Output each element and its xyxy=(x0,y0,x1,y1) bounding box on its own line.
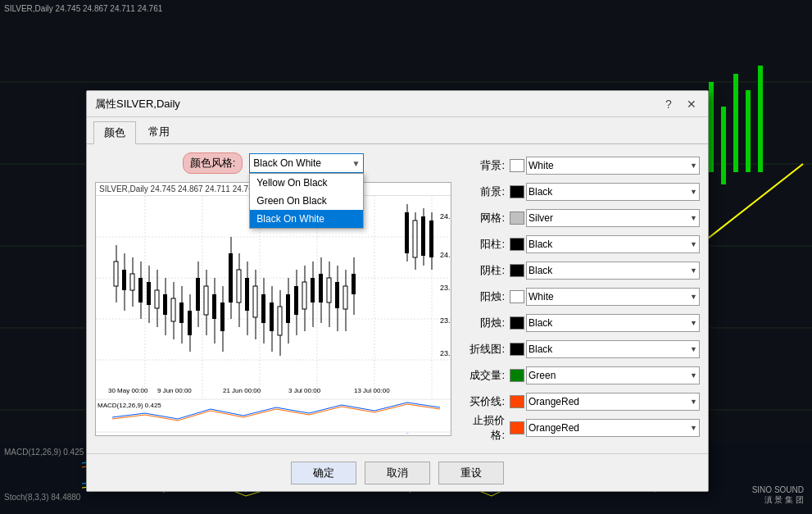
scheme-option-black-on-white[interactable]: Black On White xyxy=(250,210,363,228)
properties-dialog: 属性SILVER,Daily ? ✕ 颜色 常用 颜色风格: Black On … xyxy=(86,90,709,492)
properties-panel: 背景: White ▼ 前景: xyxy=(460,152,700,464)
select-background[interactable]: White xyxy=(526,157,700,175)
svg-rect-13 xyxy=(758,66,763,172)
scheme-select-display[interactable]: Black On White ▼ xyxy=(249,153,364,173)
color-swatch-down-candle xyxy=(510,316,524,330)
select-wrapper-up-bar: Black ▼ xyxy=(526,235,700,253)
svg-rect-12 xyxy=(746,90,751,172)
select-down-bar[interactable]: Black xyxy=(526,262,700,280)
prop-row-up-candle: 阳烛: White ▼ xyxy=(460,285,700,308)
watermark-line2: 滇 景 集 团 xyxy=(752,494,804,506)
color-swatch-ask-line xyxy=(510,395,524,408)
scheme-selector-row: 颜色风格: Black On White ▼ Yellow On Black G… xyxy=(95,152,451,174)
prop-row-stop-loss: 止损价格: OrangeRed ▼ xyxy=(460,416,700,439)
select-stop-loss[interactable]: OrangeRed xyxy=(526,419,700,437)
svg-rect-52 xyxy=(188,311,192,335)
prop-control-stop-loss: OrangeRed ▼ xyxy=(510,419,700,437)
tab-bar: 颜色 常用 xyxy=(87,117,708,144)
scheme-label: 颜色风格: xyxy=(183,152,243,174)
svg-rect-100 xyxy=(429,221,433,257)
svg-rect-96 xyxy=(413,221,417,257)
color-swatch-up-candle xyxy=(510,290,524,303)
prop-row-foreground: 前景: Black ▼ xyxy=(460,180,700,203)
svg-rect-10 xyxy=(721,107,726,184)
select-wrapper-grid: Silver ▼ xyxy=(526,209,700,227)
confirm-button[interactable]: 确定 xyxy=(291,462,356,484)
prop-label-up-bar: 阳柱: xyxy=(460,237,505,252)
svg-rect-74 xyxy=(278,307,282,335)
svg-text:24.310: 24.310 xyxy=(440,251,451,259)
svg-rect-56 xyxy=(204,286,208,315)
reset-button[interactable]: 重设 xyxy=(438,462,504,484)
svg-rect-36 xyxy=(122,270,126,290)
scheme-option-yellow[interactable]: Yellow On Black xyxy=(250,174,363,192)
svg-text:9 Jun 00:00: 9 Jun 00:00 xyxy=(157,387,192,394)
prop-control-foreground: Black ▼ xyxy=(510,183,700,201)
scheme-select-wrapper: Black On White ▼ Yellow On Black Green O… xyxy=(249,153,364,173)
svg-rect-80 xyxy=(302,282,306,309)
color-swatch-grid xyxy=(510,212,524,225)
svg-rect-68 xyxy=(253,286,257,317)
prop-control-ask-line: OrangeRed ▼ xyxy=(510,393,700,411)
dialog-title: 属性SILVER,Daily xyxy=(95,97,180,111)
prop-row-grid: 网格: Silver ▼ xyxy=(460,207,700,230)
select-down-candle[interactable]: Black xyxy=(526,314,700,332)
svg-rect-84 xyxy=(319,274,323,302)
mini-chart-svg: 24.761 24.310 23.930 23.550 23.170 30 Ma… xyxy=(96,196,451,434)
svg-text:23.170: 23.170 xyxy=(440,349,451,357)
scheme-dropdown-arrow: ▼ xyxy=(352,159,360,168)
svg-text:3 Jul 00:00: 3 Jul 00:00 xyxy=(288,387,321,394)
select-wrapper-line-chart: Black ▼ xyxy=(526,340,700,358)
color-swatch-foreground xyxy=(510,185,524,198)
scheme-option-green[interactable]: Green On Black xyxy=(250,192,363,210)
select-grid[interactable]: Silver xyxy=(526,209,700,227)
select-foreground[interactable]: Black xyxy=(526,183,700,201)
prop-row-volume: 成交量: Green ▼ xyxy=(460,364,700,387)
color-swatch-down-bar xyxy=(510,264,524,277)
select-up-bar[interactable]: Black xyxy=(526,235,700,253)
close-button[interactable]: ✕ xyxy=(683,96,700,112)
prop-row-ask-line: 买价线: OrangeRed ▼ xyxy=(460,390,700,413)
help-button[interactable]: ? xyxy=(660,96,677,112)
select-line-chart[interactable]: Black xyxy=(526,340,700,358)
svg-rect-62 xyxy=(229,253,233,302)
prop-row-up-bar: 阳柱: Black ▼ xyxy=(460,233,700,256)
svg-rect-66 xyxy=(245,278,249,311)
select-wrapper-stop-loss: OrangeRed ▼ xyxy=(526,419,700,437)
color-swatch-up-bar xyxy=(510,238,524,251)
watermark: SINO SOUND 滇 景 集 团 xyxy=(752,485,804,506)
svg-rect-90 xyxy=(343,286,347,309)
color-swatch-volume xyxy=(510,369,524,382)
svg-text:21 Jun 00:00: 21 Jun 00:00 xyxy=(223,387,261,394)
tab-color[interactable]: 颜色 xyxy=(93,121,136,144)
svg-rect-46 xyxy=(163,294,167,315)
cancel-button[interactable]: 取消 xyxy=(365,462,430,484)
svg-rect-60 xyxy=(220,302,225,331)
svg-rect-9 xyxy=(709,82,714,172)
select-wrapper-volume: Green ▼ xyxy=(526,366,700,384)
svg-rect-82 xyxy=(311,278,315,302)
svg-text:23.930: 23.930 xyxy=(440,284,451,292)
tab-common[interactable]: 常用 xyxy=(138,121,180,143)
svg-text:Stoch(8,3,3) 84.4880: Stoch(8,3,3) 84.4880 xyxy=(4,493,81,502)
dialog-content: 颜色风格: Black On White ▼ Yellow On Black G… xyxy=(87,144,708,472)
select-ask-line[interactable]: OrangeRed xyxy=(526,393,700,411)
select-up-candle[interactable]: White xyxy=(526,288,700,306)
svg-rect-54 xyxy=(196,278,200,311)
svg-rect-76 xyxy=(286,294,290,323)
prop-control-background: White ▼ xyxy=(510,157,700,175)
prop-label-grid: 网格: xyxy=(460,211,505,225)
prop-row-down-bar: 阴柱: Black ▼ xyxy=(460,259,700,282)
prop-label-down-bar: 阴柱: xyxy=(460,263,505,278)
select-wrapper-up-candle: White ▼ xyxy=(526,288,700,306)
dialog-title-bar: 属性SILVER,Daily ? ✕ xyxy=(87,91,708,117)
prop-row-background: 背景: White ▼ xyxy=(460,154,700,177)
color-swatch-background xyxy=(510,159,524,172)
svg-rect-38 xyxy=(130,274,134,290)
select-volume[interactable]: Green xyxy=(526,366,700,384)
svg-text:24.761: 24.761 xyxy=(440,212,451,221)
svg-rect-94 xyxy=(405,212,409,253)
select-wrapper-foreground: Black ▼ xyxy=(526,183,700,201)
prop-row-line-chart: 折线图: Black ▼ xyxy=(460,338,700,361)
svg-rect-70 xyxy=(261,294,265,323)
